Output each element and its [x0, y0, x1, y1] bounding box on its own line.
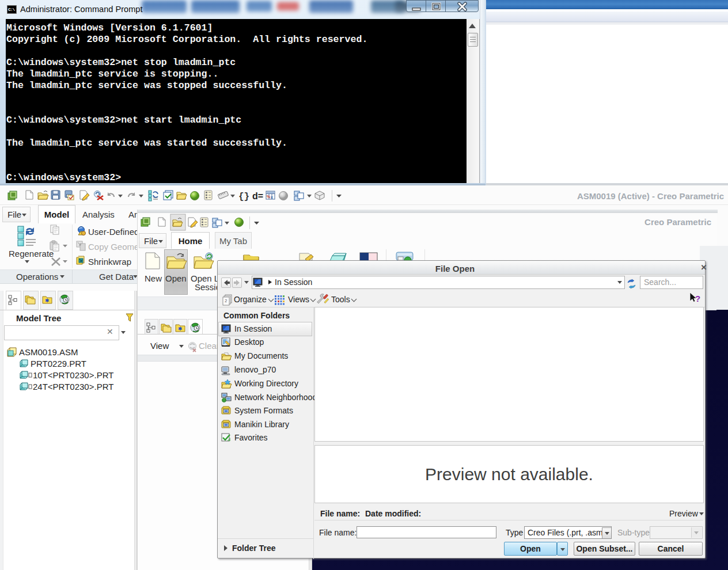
svg-text:✱: ✱	[45, 298, 50, 303]
svg-text:✱: ✱	[178, 326, 183, 332]
svg-text:{}: {}	[238, 192, 249, 202]
svg-text:d=: d=	[252, 191, 263, 201]
svg-text:2: 2	[225, 298, 227, 303]
svg-text:%: %	[267, 195, 271, 199]
svg-text:x: x	[271, 195, 273, 199]
svg-text:?: ?	[695, 294, 700, 303]
